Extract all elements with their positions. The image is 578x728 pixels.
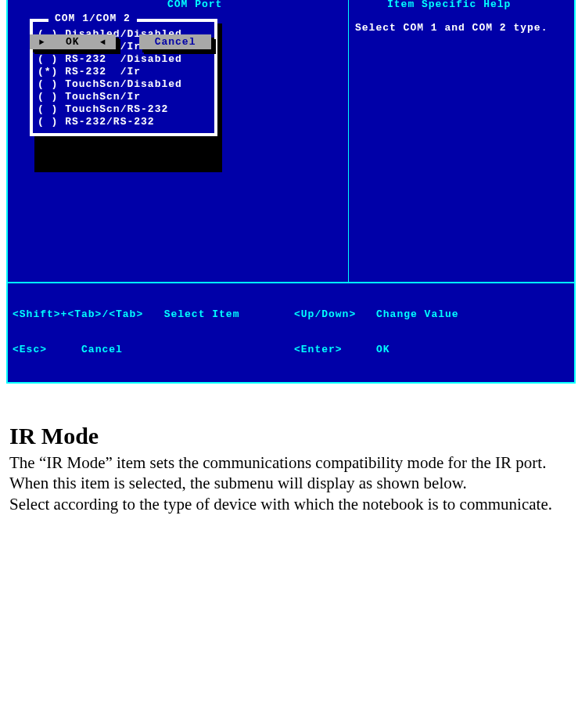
triangle-left-icon: ◄ [100,38,106,47]
ok-button[interactable]: ► OK ◄ [30,34,116,49]
option-rs232-rs232[interactable]: ( ) RS-232/RS-232 [38,116,210,128]
popup-title: COM 1/COM 2 [48,13,137,24]
left-panel-title: COM Port [164,0,225,10]
option-touchscn-ir[interactable]: ( ) TouchScn/Ir [38,91,210,103]
footer-key-updown: <Up/Down> [294,308,376,320]
document-body: IR Mode The “IR Mode” item sets the comm… [0,384,578,514]
footer-action-cancel: Cancel [81,344,123,355]
bios-screenshot: COM Port COM 1/COM 2 ( ) Disabled/Disabl… [6,0,576,384]
doc-para-3: Select according to the type of device w… [9,494,569,514]
footer-key-esc: <Esc> [13,344,47,355]
help-panel: Item Specific Help Select COM 1 and COM … [349,0,576,282]
option-touchscn-rs232[interactable]: ( ) TouchScn/RS-232 [38,103,210,116]
doc-para-1: The “IR Mode” item sets the communicatio… [9,452,569,473]
footer-action-ok: OK [376,344,569,355]
page-footer: Rev. 00 3-8 [0,514,578,728]
footer-key-enter: <Enter> [294,344,376,355]
cancel-button[interactable]: Cancel [139,34,212,49]
footer-key-shift-tab: <Shift>+<Tab>/<Tab> [13,308,143,320]
left-panel: COM Port COM 1/COM 2 ( ) Disabled/Disabl… [6,0,349,282]
triangle-right-icon: ► [39,38,45,47]
option-rs232-disabled[interactable]: ( ) RS-232 /Disabled [38,53,210,66]
help-panel-title: Item Specific Help [384,0,514,10]
ir-mode-heading: IR Mode [9,423,569,449]
help-text: Select COM 1 and COM 2 type. [355,22,568,34]
footer-action-change: Change Value [376,308,569,320]
footer-bar: <Shift>+<Tab>/<Tab> Select Item <Esc> Ca… [6,282,576,384]
footer-action-select: Select Item [164,308,240,320]
buttons-row: ► OK ◄ Cancel [30,34,348,49]
option-touchscn-disabled[interactable]: ( ) TouchScn/Disabled [38,78,210,91]
doc-para-2: When this item is selected, the submenu … [9,473,569,493]
option-rs232-ir[interactable]: (*) RS-232 /Ir [38,66,210,78]
